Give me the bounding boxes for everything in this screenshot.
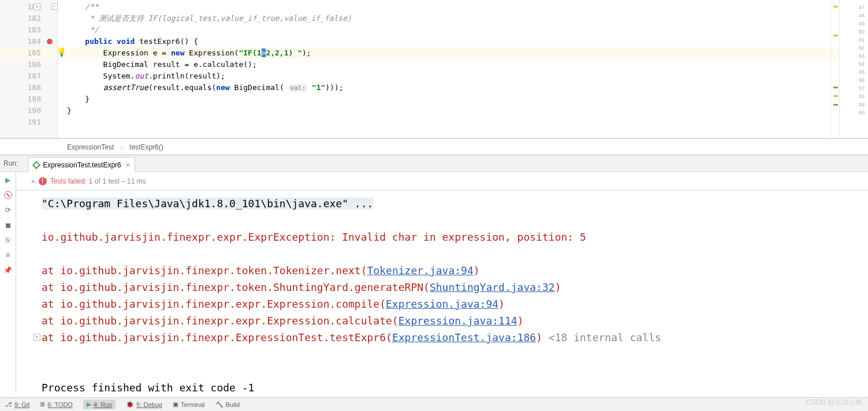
warning-marker[interactable]: [833, 95, 838, 97]
console-cmd: "C:\Program Files\Java\jdk1.8.0_101\bin\…: [42, 197, 373, 210]
code-static: out: [135, 72, 148, 80]
toolwindow-build[interactable]: 🔨Build: [215, 401, 240, 408]
marker-stripe[interactable]: [831, 0, 839, 139]
stack-line: ): [498, 298, 505, 310]
chevron-right-icon: ›: [121, 143, 123, 151]
code-keyword: void: [117, 37, 135, 46]
ok-marker[interactable]: [833, 87, 838, 88]
code-text: BigDecimal(: [230, 83, 289, 92]
fold-mark-icon[interactable]: −: [51, 3, 58, 10]
line-number: 53: [840, 52, 865, 60]
line-number: 188: [28, 83, 41, 92]
breadcrumb-method[interactable]: testExpr6(): [129, 143, 163, 151]
line-number: 185: [28, 48, 41, 57]
stack-line: at io.github.jarvisjin.finexpr.token.Shu…: [42, 281, 430, 293]
stack-line: ): [555, 281, 561, 293]
test-config-icon: [32, 160, 40, 169]
toolwindow-todo[interactable]: ≣6: TODO: [40, 401, 73, 408]
code-string: "1": [307, 83, 325, 92]
line-number: 54: [840, 60, 865, 68]
run-config-tab[interactable]: ExpressionTest.testExpr6 ×: [28, 157, 135, 172]
stack-link[interactable]: Expression.java:114: [398, 315, 517, 327]
close-icon[interactable]: ×: [126, 161, 130, 169]
console-output[interactable]: + "C:\Program Files\Java\jdk1.8.0_101\bi…: [16, 190, 868, 393]
code-text: System.: [67, 72, 135, 80]
code-text: )));: [325, 83, 343, 92]
test-status-bar: » ! Tests failed: 1 of 1 test – 11 ms: [16, 172, 868, 190]
code-text: );: [302, 48, 311, 57]
pin-icon[interactable]: 📌: [3, 266, 13, 275]
code-keyword: public: [85, 37, 112, 46]
expand-icon[interactable]: +: [33, 334, 40, 341]
toolwindow-terminal[interactable]: ▣Terminal: [173, 401, 205, 408]
code-text: /**: [67, 2, 99, 11]
stack-line: at io.github.jarvisjin.finexpr.expr.Expr…: [42, 315, 398, 327]
breadcrumb-class[interactable]: ExpressionTest: [67, 143, 114, 151]
line-number: 55: [840, 68, 865, 76]
exit-code-line: Process finished with exit code -1: [42, 382, 254, 393]
dump-icon[interactable]: ⎘: [3, 236, 13, 245]
line-number: 49: [840, 20, 865, 28]
warning-marker[interactable]: [833, 35, 838, 36]
line-number: 57: [840, 84, 865, 92]
code-string: "IF(1: [239, 48, 261, 57]
stack-line: at io.github.jarvisjin.finexpr.expr.Expr…: [42, 298, 386, 310]
test-results-panel: ▶ ⟳ ◼ ⎘ ≡ 📌 » ! Tests failed: 1 of 1 tes…: [0, 172, 868, 393]
stack-line: at io.github.jarvisjin.finexpr.Expressio…: [42, 331, 392, 343]
watermark: CSDN @北城小林: [806, 398, 862, 408]
code-text: BigDecimal result = e.calculate();: [67, 60, 257, 69]
rerun-failed-icon[interactable]: [3, 190, 13, 200]
stack-link[interactable]: ShuntingYard.java:32: [430, 281, 555, 293]
toolwindow-run[interactable]: ▶4: Run: [83, 399, 116, 409]
stack-link[interactable]: Tokenizer.java:94: [367, 264, 474, 277]
ok-marker[interactable]: [833, 104, 838, 106]
tests-count-label: of 1 test – 11 ms: [95, 177, 146, 185]
code-text: }: [67, 95, 90, 103]
stack-line: ): [536, 331, 542, 343]
run-label: Run:: [3, 159, 18, 167]
breadcrumb: ExpressionTest › testExpr6(): [0, 139, 868, 155]
warning-marker[interactable]: [833, 6, 838, 8]
line-number: 51: [840, 36, 865, 44]
toggle-auto-icon[interactable]: ⟳: [3, 206, 13, 215]
stop-icon[interactable]: ◼: [3, 221, 13, 230]
layout-icon[interactable]: ≡: [3, 251, 13, 260]
right-gutter: 47 48 49 50 51 52 53 54 55 56 57 58 59 6…: [839, 0, 868, 138]
line-number: 56: [840, 76, 865, 84]
stack-line: at io.github.jarvisjin.finexpr.token.Tok…: [42, 264, 367, 277]
rerun-icon[interactable]: ▶: [3, 175, 13, 185]
intention-bulb-icon[interactable]: 💡: [57, 47, 66, 57]
code-text: Expression(: [185, 48, 239, 57]
line-number: 190: [28, 106, 41, 115]
code-keyword: new: [171, 48, 184, 57]
line-number: 58: [840, 92, 865, 100]
stack-collapsed[interactable]: <18 internal calls: [542, 331, 661, 343]
code-text: .println(result);: [148, 72, 225, 80]
line-number: 182: [28, 14, 41, 23]
code-string: 2,2,1) ": [266, 48, 302, 57]
editor-pane: 181− 182 183 184 185 186 187 188 189 190…: [0, 0, 868, 139]
tests-failed-label: Tests failed: 1: [50, 177, 92, 185]
error-icon: !: [39, 177, 47, 185]
param-hint: val:: [289, 84, 308, 92]
line-number: 50: [840, 28, 865, 36]
run-toolbar: ▶ ⟳ ◼ ⎘ ≡ 📌: [0, 172, 16, 393]
line-number: 59: [840, 100, 865, 109]
code-text: * 测试是否支持 IF(logical_test,value_if_true,v…: [67, 14, 352, 23]
exception-line: io.github.jarvisjin.finexpr.expr.ExprExc…: [42, 231, 586, 243]
run-gutter-icon[interactable]: [47, 39, 53, 44]
line-number: 184: [28, 37, 41, 46]
run-tab-bar: Run: ExpressionTest.testExpr6 ×: [0, 155, 868, 172]
line-number: 189: [28, 95, 41, 103]
line-number: 191: [28, 118, 41, 126]
toolwindow-git[interactable]: ⎇9: Git: [5, 401, 29, 408]
line-number: 186: [28, 60, 41, 69]
toolwindow-debug[interactable]: 🐞5: Debug: [126, 401, 162, 408]
run-tab-title: ExpressionTest.testExpr6: [43, 161, 121, 169]
stack-link[interactable]: Expression.java:94: [386, 298, 498, 310]
chevrons-icon[interactable]: »: [31, 177, 35, 185]
code-area[interactable]: 💡 /** * 测试是否支持 IF(logical_test,value_if_…: [58, 0, 839, 138]
stack-link[interactable]: ExpressionTest.java:186: [392, 331, 536, 343]
code-call: assertTrue: [103, 83, 148, 92]
line-gutter[interactable]: 181− 182 183 184 185 186 187 188 189 190…: [0, 0, 58, 138]
